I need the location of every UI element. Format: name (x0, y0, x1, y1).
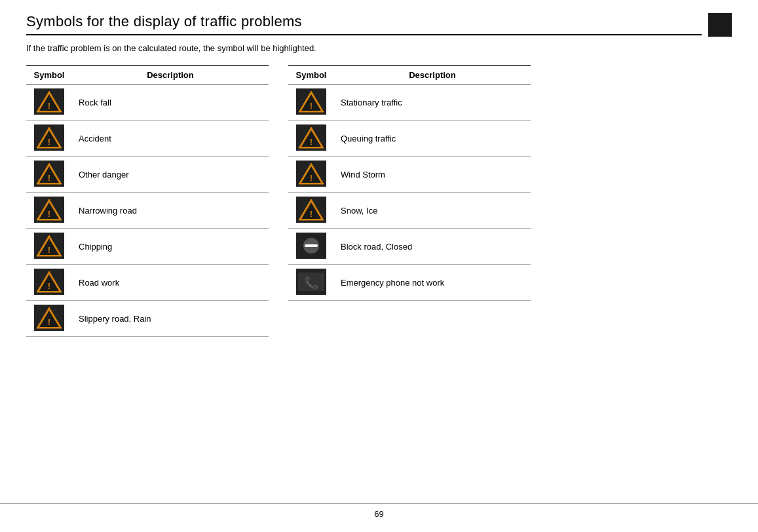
rock-fall-icon: ! (34, 88, 64, 115)
right-col1-header: Symbol (288, 66, 334, 85)
svg-text:!: ! (48, 317, 50, 327)
queuing-traffic-desc: Queuing traffic (334, 121, 531, 157)
right-table: Symbol Description ! Stationary traffic (288, 65, 531, 301)
svg-text:!: ! (48, 173, 50, 183)
table-row: 📞 Emergency phone not work (288, 265, 531, 301)
svg-text:!: ! (310, 209, 313, 219)
chipping-desc: Chipping (72, 229, 269, 265)
svg-text:📞: 📞 (304, 276, 319, 290)
block-road-icon (296, 233, 326, 259)
road-work-desc: Road work (72, 265, 269, 301)
table-row: ! Slippery road, Rain (26, 301, 269, 337)
symbol-cell: ! (288, 121, 334, 157)
symbol-cell: ! (26, 193, 72, 229)
table-row: ! Road work (26, 265, 269, 301)
table-row: ! Queuing traffic (288, 121, 531, 157)
svg-text:!: ! (48, 137, 50, 147)
wind-storm-desc: Wind Storm (334, 157, 531, 193)
symbol-cell: 📞 (288, 265, 334, 301)
snow-ice-desc: Snow, Ice (334, 193, 531, 229)
table-row: ! Wind Storm (288, 157, 531, 193)
other-danger-desc: Other danger (72, 157, 269, 193)
road-work-icon: ! (34, 269, 64, 295)
other-danger-icon: ! (34, 161, 64, 187)
emergency-phone-desc: Emergency phone not work (334, 265, 531, 301)
svg-text:!: ! (48, 281, 50, 291)
stationary-traffic-icon: ! (296, 88, 326, 115)
accident-desc: Accident (72, 121, 269, 157)
page-footer: 69 (0, 503, 758, 519)
svg-text:!: ! (48, 209, 50, 219)
table-row: ! Narrowing road (26, 193, 269, 229)
right-col2-header: Description (334, 66, 531, 85)
table-row: ! Other danger (26, 157, 269, 193)
svg-text:!: ! (48, 101, 50, 111)
symbol-cell: ! (26, 265, 72, 301)
emergency-phone-icon: 📞 (296, 269, 326, 295)
page-title: Symbols for the display of traffic probl… (26, 13, 702, 35)
narrowing-road-icon: ! (34, 197, 64, 223)
symbol-cell: ! (26, 85, 72, 121)
left-col2-header: Description (72, 66, 269, 85)
symbol-cell (288, 229, 334, 265)
wind-storm-icon: ! (296, 161, 326, 187)
table-row: ! Snow, Ice (288, 193, 531, 229)
svg-text:!: ! (310, 101, 313, 111)
svg-text:!: ! (48, 245, 50, 255)
symbol-cell: ! (26, 301, 72, 337)
subtitle: If the traffic problem is on the calcula… (26, 43, 732, 53)
chipping-icon: ! (34, 233, 64, 259)
block-road-desc: Block road, Closed (334, 229, 531, 265)
symbol-cell: ! (26, 229, 72, 265)
tables-container: Symbol Description ! Rock fall (26, 65, 732, 337)
svg-rect-35 (305, 244, 318, 247)
page-header: Symbols for the display of traffic probl… (26, 13, 732, 37)
table-row: ! Chipping (26, 229, 269, 265)
page-number: 69 (374, 509, 383, 519)
slippery-road-desc: Slippery road, Rain (72, 301, 269, 337)
left-table: Symbol Description ! Rock fall (26, 65, 269, 337)
symbol-cell: ! (26, 157, 72, 193)
stationary-traffic-desc: Stationary traffic (334, 85, 531, 121)
table-row: Block road, Closed (288, 229, 531, 265)
rock-fall-desc: Rock fall (72, 85, 269, 121)
symbol-cell: ! (288, 85, 334, 121)
symbol-cell: ! (26, 121, 72, 157)
table-row: ! Stationary traffic (288, 85, 531, 121)
queuing-traffic-icon: ! (296, 124, 326, 151)
accident-icon: ! (34, 124, 64, 151)
narrowing-road-desc: Narrowing road (72, 193, 269, 229)
symbol-cell: ! (288, 157, 334, 193)
svg-text:!: ! (310, 173, 313, 183)
slippery-road-icon: ! (34, 305, 64, 331)
symbol-cell: ! (288, 193, 334, 229)
svg-text:!: ! (310, 137, 313, 147)
table-row: ! Accident (26, 121, 269, 157)
corner-decoration (708, 13, 732, 37)
table-row: ! Rock fall (26, 85, 269, 121)
snow-ice-icon: ! (296, 197, 326, 223)
left-col1-header: Symbol (26, 66, 72, 85)
